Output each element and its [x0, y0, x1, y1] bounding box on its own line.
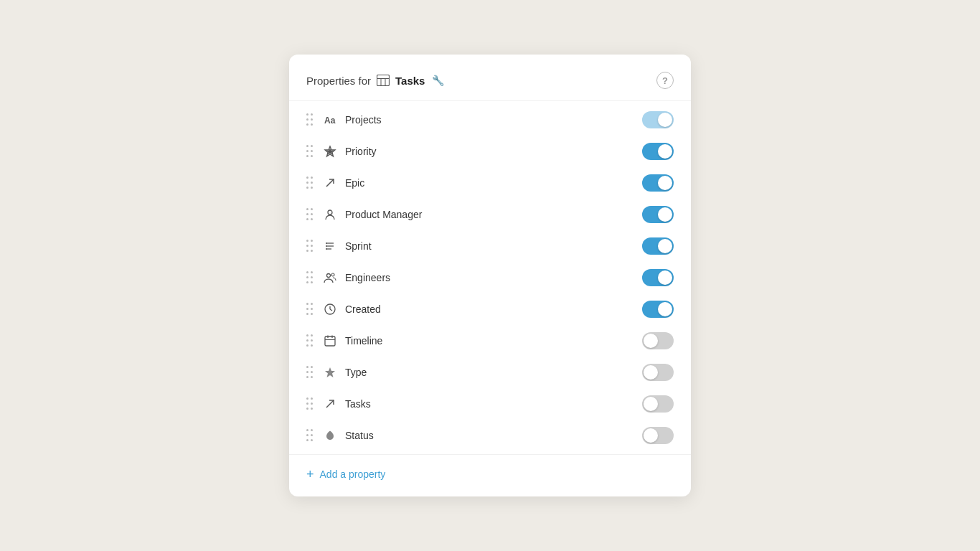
prop-icon-sprint: [322, 240, 338, 253]
property-row-sprint: Sprint: [289, 230, 691, 262]
help-label: ?: [662, 75, 668, 86]
drag-handle-product_manager[interactable]: [306, 208, 315, 221]
svg-point-14: [331, 273, 334, 276]
prop-icon-type: [322, 366, 338, 379]
property-row-created: Created: [289, 293, 691, 325]
wrench-icon: 🔧: [432, 75, 444, 86]
panel-header: Properties for Tasks 🔧 ?: [289, 72, 691, 101]
divider: [289, 454, 691, 455]
prop-icon-product_manager: [322, 208, 338, 221]
toggle-timeline[interactable]: [642, 332, 674, 349]
toggle-status[interactable]: [642, 427, 674, 444]
drag-handle-status[interactable]: [306, 429, 315, 442]
property-list: Aa Projects Priority Epic: [289, 104, 691, 451]
properties-panel: Properties for Tasks 🔧 ? Aa Projects: [289, 55, 691, 496]
property-row-type: Type: [289, 357, 691, 388]
property-row-projects: Aa Projects: [289, 104, 691, 136]
toggle-engineers[interactable]: [642, 269, 674, 286]
drag-handle-priority[interactable]: [306, 145, 315, 158]
prop-label-created: Created: [345, 303, 635, 315]
svg-point-11: [326, 245, 327, 247]
prop-icon-created: [322, 303, 338, 316]
prop-icon-engineers: [322, 271, 338, 284]
svg-line-17: [330, 309, 332, 311]
toggle-product_manager[interactable]: [642, 206, 674, 223]
property-row-timeline: Timeline: [289, 325, 691, 357]
prop-label-priority: Priority: [345, 146, 635, 157]
prop-label-epic: Epic: [345, 177, 635, 189]
prop-icon-epic: [322, 176, 338, 189]
table-name: Tasks: [395, 75, 425, 87]
prop-label-engineers: Engineers: [345, 272, 635, 283]
prop-label-projects: Projects: [345, 114, 635, 126]
svg-point-12: [326, 248, 327, 250]
prop-label-type: Type: [345, 367, 635, 378]
svg-rect-18: [325, 336, 335, 346]
property-row-epic: Epic: [289, 167, 691, 199]
svg-point-13: [327, 274, 331, 278]
toggle-projects[interactable]: [642, 111, 674, 128]
property-row-engineers: Engineers: [289, 262, 691, 293]
prop-label-status: Status: [345, 430, 635, 441]
drag-handle-engineers[interactable]: [306, 271, 315, 284]
drag-handle-created[interactable]: [306, 303, 315, 316]
svg-line-22: [326, 400, 334, 408]
property-row-product_manager: Product Manager: [289, 199, 691, 230]
prop-icon-projects: Aa: [322, 113, 338, 126]
toggle-sprint[interactable]: [642, 237, 674, 255]
table-icon: [377, 75, 390, 86]
property-row-tasks: Tasks: [289, 388, 691, 420]
prop-label-timeline: Timeline: [345, 335, 635, 347]
drag-handle-type[interactable]: [306, 366, 315, 379]
svg-point-6: [328, 210, 332, 215]
add-property-label: Add a property: [320, 468, 386, 480]
prop-icon-tasks: [322, 397, 338, 410]
title-prefix: Properties for: [306, 75, 371, 87]
drag-handle-timeline[interactable]: [306, 334, 315, 347]
property-row-status: Status: [289, 420, 691, 451]
toggle-tasks[interactable]: [642, 395, 674, 413]
svg-rect-0: [377, 75, 390, 86]
drag-handle-projects[interactable]: [306, 113, 315, 126]
toggle-created[interactable]: [642, 301, 674, 318]
prop-label-product_manager: Product Manager: [345, 209, 635, 220]
svg-text:Aa: Aa: [324, 116, 336, 126]
help-button[interactable]: ?: [656, 72, 674, 89]
drag-handle-epic[interactable]: [306, 176, 315, 189]
drag-handle-tasks[interactable]: [306, 397, 315, 410]
prop-label-tasks: Tasks: [345, 398, 635, 410]
drag-handle-sprint[interactable]: [306, 240, 315, 253]
prop-label-sprint: Sprint: [345, 240, 635, 252]
property-row-priority: Priority: [289, 136, 691, 167]
prop-icon-priority: [322, 145, 338, 158]
plus-icon: +: [306, 468, 314, 481]
toggle-epic[interactable]: [642, 174, 674, 192]
toggle-priority[interactable]: [642, 143, 674, 160]
panel-title: Properties for Tasks 🔧: [306, 75, 444, 87]
svg-point-10: [326, 242, 327, 244]
prop-icon-timeline: [322, 334, 338, 347]
add-property-button[interactable]: + Add a property: [289, 458, 691, 491]
prop-icon-status: [322, 429, 338, 442]
svg-line-5: [326, 179, 334, 187]
toggle-type[interactable]: [642, 364, 674, 381]
